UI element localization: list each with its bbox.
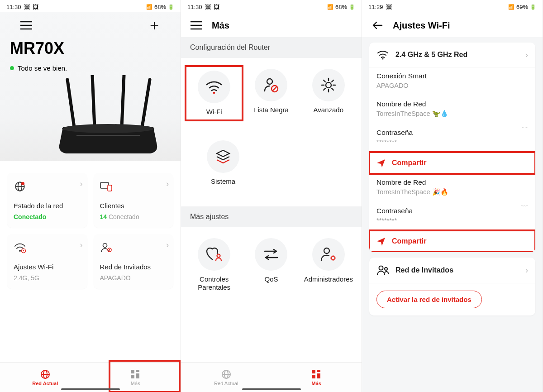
- wifi-icon: [376, 50, 389, 60]
- field-label: Nombre de Red: [376, 100, 528, 108]
- tile-system[interactable]: Sistema: [194, 138, 252, 188]
- svg-line-35: [332, 80, 333, 82]
- card-value: APAGADO: [100, 274, 167, 282]
- field-label: Contraseña: [376, 129, 528, 137]
- svg-point-28: [326, 82, 331, 88]
- activate-guest-button[interactable]: Activar la red de invitados: [376, 291, 482, 308]
- bottom-nav: Red Actual Más: [0, 362, 181, 392]
- card-value: 2.4G, 5G: [14, 274, 81, 282]
- svg-rect-52: [312, 375, 315, 378]
- field-label: Conexión Smart: [376, 72, 528, 80]
- globe-icon: [40, 369, 51, 380]
- field-ssid-2[interactable]: Nombre de Red TorresInTheSpace 🎉🔥: [369, 174, 535, 202]
- status-time: 11:30: [6, 4, 21, 10]
- image-icon: 🖼: [214, 4, 219, 10]
- nav-more[interactable]: Más: [90, 363, 181, 392]
- band-row[interactable]: 2.4 GHz & 5 GHz Red ›: [369, 43, 535, 67]
- router-illustration: [49, 75, 167, 161]
- svg-rect-23: [131, 375, 134, 378]
- share-button-2[interactable]: Compartir: [369, 230, 535, 252]
- router-config-tiles: Wi-Fi Lista Negra Avanzado: [181, 58, 362, 129]
- menu-icon[interactable]: [19, 18, 33, 33]
- tile-qos[interactable]: QoS: [243, 235, 300, 294]
- back-button[interactable]: [370, 18, 385, 33]
- screen-wifi-settings: 11:29 🖼 📶 69% 🔋 Ajustes Wi-Fi 2.4 GHz & …: [362, 0, 543, 392]
- status-bar: 11:29 🖼 📶 69% 🔋: [362, 0, 543, 12]
- image-icon: 🖼: [205, 4, 211, 10]
- parental-icon: [198, 238, 230, 271]
- card-label: Clientes: [100, 202, 167, 210]
- field-label: Contraseña: [376, 207, 528, 215]
- status-bar: 11:30 🖼 🖼 📶 68% 🔋: [0, 0, 181, 12]
- add-button[interactable]: ＋: [147, 18, 162, 33]
- tile-blocklist[interactable]: Lista Negra: [243, 66, 300, 120]
- guest-row[interactable]: Red de Invitados ›: [369, 258, 535, 283]
- card-label: Ajustes Wi-Fi: [14, 263, 81, 271]
- section-more-settings: Más ajustes: [181, 206, 362, 227]
- device-title: MR70X: [10, 39, 171, 58]
- field-password-1[interactable]: 〰 Contraseña ********: [369, 124, 535, 152]
- button-label: Activar la red de invitados: [387, 296, 472, 303]
- chevron-right-icon: ›: [80, 240, 83, 250]
- field-value: APAGADO: [376, 82, 528, 89]
- tile-label: Lista Negra: [254, 106, 289, 114]
- chevron-right-icon: ›: [166, 240, 169, 250]
- menu-icon[interactable]: [189, 18, 204, 33]
- tile-label: Wi-Fi: [206, 108, 222, 116]
- field-smart-connect[interactable]: Conexión Smart APAGADO: [369, 67, 535, 96]
- globe-icon: [221, 369, 232, 380]
- nav-label: Red Actual: [32, 381, 58, 386]
- card-network-status[interactable]: › Estado de la red Conectado: [7, 173, 87, 228]
- battery-icon: 🔋: [530, 4, 536, 10]
- tile-label: Avanzado: [314, 106, 343, 114]
- card-guest-network[interactable]: › Red de Invitados APAGADO: [94, 234, 174, 289]
- svg-line-27: [272, 86, 277, 91]
- home-cards: › Estado de la red Conectado › Clientes …: [0, 161, 181, 289]
- svg-point-24: [213, 92, 215, 94]
- svg-line-33: [324, 80, 325, 82]
- battery-icon: 🔋: [349, 4, 355, 10]
- nav-current-network[interactable]: Red Actual: [181, 363, 272, 392]
- tile-label: QoS: [264, 275, 278, 283]
- eye-closed-icon[interactable]: 〰: [521, 202, 528, 210]
- gesture-bar: [242, 388, 301, 390]
- grid-icon: [130, 369, 141, 380]
- tile-administrators[interactable]: Administradores: [300, 235, 357, 294]
- grid-icon: [311, 369, 322, 380]
- status-battery: 68%: [154, 4, 166, 10]
- battery-icon: 🔋: [168, 4, 174, 10]
- svg-point-37: [217, 254, 220, 258]
- card-wifi-settings[interactable]: › Ajustes Wi-Fi 2.4G, 5G: [7, 234, 87, 289]
- svg-rect-11: [108, 185, 112, 191]
- status-text: Todo se ve bien.: [18, 64, 67, 72]
- nav-more[interactable]: Más: [272, 363, 362, 392]
- field-value: ********: [376, 139, 528, 146]
- gesture-bar: [61, 388, 120, 390]
- chevron-right-icon: ›: [525, 50, 528, 60]
- svg-rect-20: [131, 370, 134, 373]
- field-value: TorresInTheSpace 🎉🔥: [376, 188, 528, 196]
- field-ssid-1[interactable]: Nombre de Red TorresInTheSpace 🦖💧: [369, 96, 535, 124]
- status-battery: 68%: [335, 4, 347, 10]
- share-button-1[interactable]: Compartir: [369, 152, 535, 174]
- nav-current-network[interactable]: Red Actual: [0, 363, 90, 392]
- svg-rect-5: [76, 135, 140, 136]
- field-label: Nombre de Red: [376, 178, 528, 186]
- card-clients[interactable]: › Clientes 14 Conectado: [94, 173, 174, 228]
- eye-closed-icon[interactable]: 〰: [521, 124, 528, 132]
- image-icon: 🖼: [24, 4, 30, 10]
- svg-point-54: [382, 58, 383, 59]
- tile-label: Controles Parentales: [187, 275, 241, 292]
- section-router-config: Configuración del Router: [181, 37, 362, 58]
- svg-point-56: [385, 268, 387, 270]
- tile-advanced[interactable]: Avanzado: [300, 66, 357, 120]
- tile-wifi[interactable]: Wi-Fi: [186, 66, 243, 120]
- card-value: Conectado: [14, 213, 81, 220]
- tile-parental-controls[interactable]: Controles Parentales: [186, 235, 243, 294]
- svg-point-9: [21, 182, 24, 185]
- guest-users-icon: [376, 265, 389, 276]
- field-password-2[interactable]: 〰 Contraseña ********: [369, 202, 535, 230]
- svg-point-12: [19, 250, 21, 252]
- nav-label: Más: [312, 381, 321, 386]
- svg-point-25: [267, 79, 272, 84]
